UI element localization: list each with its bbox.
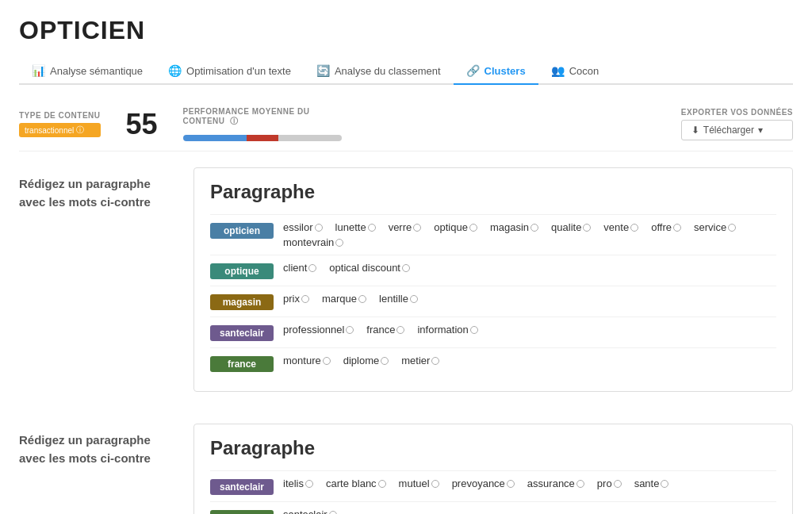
word-item: assurance bbox=[527, 478, 584, 489]
cluster-words-2-2: santeclair bbox=[283, 508, 776, 514]
word-text: magasin bbox=[490, 221, 529, 233]
word-icon[interactable] bbox=[308, 264, 316, 272]
page-title: OPTICIEN bbox=[19, 16, 793, 45]
export-label: EXPORTER VOS DONNÉES bbox=[681, 108, 793, 117]
word-item: offre bbox=[651, 221, 681, 233]
tab-icon-cocon: 👥 bbox=[551, 64, 565, 77]
cluster-tag-optique: optique bbox=[210, 263, 274, 279]
word-icon[interactable] bbox=[301, 295, 309, 303]
cluster-row-2-1: santeclairiteliscarte blancmutuelprevoya… bbox=[210, 470, 776, 501]
cluster-tag-france: france bbox=[210, 356, 274, 372]
word-item: optique bbox=[434, 221, 477, 233]
word-icon[interactable] bbox=[673, 224, 681, 232]
word-item: optical discount bbox=[329, 262, 410, 274]
word-icon[interactable] bbox=[431, 357, 439, 365]
word-text: france bbox=[366, 324, 395, 336]
word-text: service bbox=[694, 221, 726, 233]
word-text: client bbox=[283, 262, 307, 274]
cluster-words-2-1: iteliscarte blancmutuelprevoyanceassuran… bbox=[283, 478, 776, 489]
cluster-row-1-5: francemonturediplomemetier bbox=[210, 347, 776, 378]
word-icon[interactable] bbox=[335, 239, 343, 247]
word-icon[interactable] bbox=[402, 264, 410, 272]
performance-info-icon[interactable]: ⓘ bbox=[230, 117, 239, 125]
download-button[interactable]: ⬇ Télécharger ▾ bbox=[681, 120, 793, 140]
card-title-2: Paragraphe bbox=[210, 437, 776, 459]
word-text: vente bbox=[603, 221, 629, 233]
cluster-tag-santeclair: santeclair bbox=[210, 325, 274, 341]
word-icon[interactable] bbox=[329, 511, 337, 515]
word-item: lunette bbox=[335, 221, 376, 233]
word-item: mutuel bbox=[399, 478, 439, 489]
type-info-icon[interactable]: ⓘ bbox=[76, 125, 84, 136]
section-instruction-2: Rédigez un paragraphe avec les mots ci-c… bbox=[19, 424, 193, 467]
word-icon[interactable] bbox=[583, 224, 591, 232]
word-text: sante bbox=[634, 478, 660, 489]
word-icon[interactable] bbox=[431, 480, 439, 488]
cluster-row-2-2: prosanteclair bbox=[210, 501, 776, 514]
nav-tabs: 📊Analyse sémantique🌐Optimisation d'un te… bbox=[19, 58, 793, 85]
sections-container: Rédigez un paragraphe avec les mots ci-c… bbox=[19, 167, 793, 514]
tab-icon-analyse-semantique: 📊 bbox=[32, 64, 45, 77]
word-icon[interactable] bbox=[507, 480, 515, 488]
word-icon[interactable] bbox=[315, 224, 323, 232]
tab-clusters[interactable]: 🔗Clusters bbox=[454, 58, 538, 85]
cluster-row-1-4: santeclairprofessionnelfranceinformation bbox=[210, 316, 776, 347]
word-text: mutuel bbox=[399, 478, 430, 489]
performance-label: PERFORMANCE MOYENNE DU CONTENU ⓘ bbox=[183, 107, 342, 127]
cluster-tag-pro: pro bbox=[210, 510, 274, 514]
word-icon[interactable] bbox=[358, 295, 366, 303]
word-item: professionnel bbox=[283, 324, 354, 336]
tab-cocon[interactable]: 👥Cocon bbox=[538, 58, 612, 85]
word-text: santeclair bbox=[283, 508, 327, 514]
word-item: itelis bbox=[283, 478, 313, 489]
word-item: prevoyance bbox=[452, 478, 515, 489]
word-text: optical discount bbox=[329, 262, 400, 274]
word-text: marque bbox=[322, 293, 357, 305]
word-text: prevoyance bbox=[452, 478, 505, 489]
tab-optimisation-texte[interactable]: 🌐Optimisation d'un texte bbox=[155, 58, 304, 85]
tab-label-clusters: Clusters bbox=[485, 65, 526, 77]
tab-analyse-classement[interactable]: 🔄Analyse du classement bbox=[304, 58, 454, 85]
word-icon[interactable] bbox=[469, 224, 477, 232]
tab-label-analyse-classement: Analyse du classement bbox=[335, 65, 441, 77]
word-icon[interactable] bbox=[630, 224, 638, 232]
export-block: EXPORTER VOS DONNÉES ⬇ Télécharger ▾ bbox=[681, 108, 793, 140]
word-item: information bbox=[417, 324, 477, 336]
word-icon[interactable] bbox=[470, 326, 478, 334]
word-icon[interactable] bbox=[323, 357, 331, 365]
word-text: montevrain bbox=[283, 236, 334, 248]
word-icon[interactable] bbox=[576, 480, 584, 488]
word-text: itelis bbox=[283, 478, 304, 489]
tab-icon-analyse-classement: 🔄 bbox=[316, 64, 330, 77]
word-item: marque bbox=[322, 293, 366, 305]
word-item: sante bbox=[634, 478, 669, 489]
cluster-row-1-3: magasinprixmarquelentille bbox=[210, 286, 776, 316]
word-icon[interactable] bbox=[378, 480, 386, 488]
word-text: assurance bbox=[527, 478, 575, 489]
download-icon: ⬇ bbox=[691, 125, 699, 136]
word-icon[interactable] bbox=[661, 480, 668, 488]
word-icon[interactable] bbox=[728, 224, 736, 232]
tab-analyse-semantique[interactable]: 📊Analyse sémantique bbox=[19, 58, 155, 85]
word-icon[interactable] bbox=[368, 224, 376, 232]
word-icon[interactable] bbox=[346, 326, 354, 334]
word-item: prix bbox=[283, 293, 309, 305]
page-container: OPTICIEN 📊Analyse sémantique🌐Optimisatio… bbox=[0, 0, 812, 514]
word-icon[interactable] bbox=[396, 326, 404, 334]
word-item: pro bbox=[597, 478, 622, 489]
cluster-tag-opticien: opticien bbox=[210, 223, 274, 239]
word-item: montevrain bbox=[283, 236, 343, 248]
tab-icon-optimisation-texte: 🌐 bbox=[168, 64, 182, 77]
word-icon[interactable] bbox=[413, 224, 421, 232]
word-icon[interactable] bbox=[410, 295, 418, 303]
cluster-words-1-3: prixmarquelentille bbox=[283, 293, 776, 305]
performance-block: PERFORMANCE MOYENNE DU CONTENU ⓘ bbox=[183, 107, 342, 141]
cluster-tag-magasin: magasin bbox=[210, 294, 274, 310]
word-icon[interactable] bbox=[530, 224, 538, 232]
word-icon[interactable] bbox=[614, 480, 622, 488]
cluster-row-1-2: optiqueclientoptical discount bbox=[210, 255, 776, 286]
word-icon[interactable] bbox=[305, 480, 313, 488]
word-icon[interactable] bbox=[381, 357, 389, 365]
paragraphe-card-2: Paragraphesanteclairiteliscarte blancmut… bbox=[193, 424, 793, 514]
word-text: pro bbox=[597, 478, 612, 489]
